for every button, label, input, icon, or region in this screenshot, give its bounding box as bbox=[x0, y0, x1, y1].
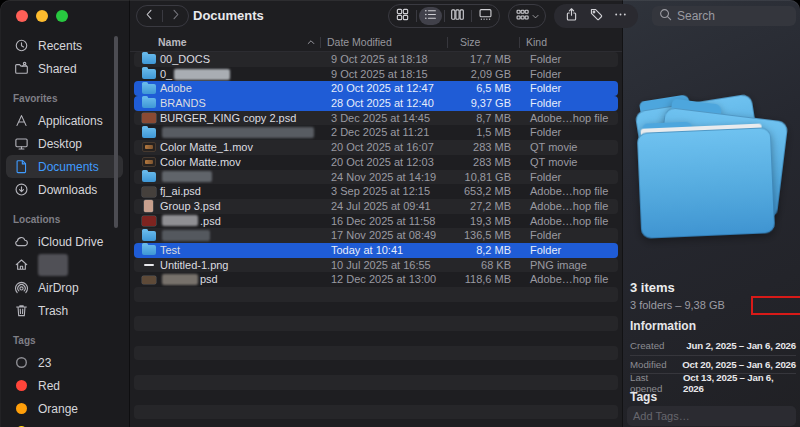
add-tags-field[interactable]: Add Tags… bbox=[627, 406, 796, 426]
zoom-button[interactable] bbox=[56, 10, 68, 22]
sidebar-item-home[interactable] bbox=[6, 253, 123, 276]
sidebar-item-airdrop[interactable]: AirDrop bbox=[6, 276, 123, 299]
file-name: Untitled-1.png bbox=[160, 258, 229, 273]
file-size: 27,2 MB bbox=[439, 199, 511, 214]
finder-window: RecentsSharedFavoritesApplicationsDeskto… bbox=[0, 0, 800, 427]
table-row[interactable]: 24 Nov 2025 at 14:1910,81 GBFolder bbox=[134, 170, 618, 185]
info-label: Modified bbox=[630, 359, 667, 370]
close-button[interactable] bbox=[16, 10, 28, 22]
clock-icon bbox=[13, 38, 30, 54]
sidebar-item-applications[interactable]: Applications bbox=[6, 109, 123, 132]
sidebar-item-label: AirDrop bbox=[38, 281, 79, 295]
table-row[interactable]: BRANDS28 Oct 2025 at 12:409,37 GBFolder bbox=[134, 96, 618, 111]
grid-view-button[interactable] bbox=[389, 5, 416, 27]
table-row[interactable]: Group 3.psd24 Jul 2025 at 09:4127,2 MBAd… bbox=[134, 199, 618, 214]
main-content: 3 items 3 folders – 9,38 GB Information … bbox=[130, 0, 800, 427]
table-row[interactable]: fj_ai.psd3 Sep 2025 at 12:15653,2 MBAdob… bbox=[134, 184, 618, 199]
forward-button[interactable] bbox=[163, 7, 188, 26]
sidebar-item-tag-orange[interactable]: Orange bbox=[6, 397, 123, 420]
search-input[interactable]: Search bbox=[652, 6, 796, 26]
sidebar-item-label: 23 bbox=[38, 356, 51, 370]
gallery-view-icon bbox=[478, 7, 493, 26]
list-header: Name Date Modified Size Kind bbox=[130, 32, 622, 52]
column-view-button[interactable] bbox=[445, 5, 472, 27]
file-name: BURGER_KING copy 2.psd bbox=[160, 111, 296, 126]
file-size: 8,2 MB bbox=[439, 243, 511, 258]
file-kind: PNG image bbox=[530, 258, 587, 273]
table-row[interactable]: TestToday at 10:418,2 MBFolder bbox=[134, 243, 618, 258]
redacted-text bbox=[162, 171, 212, 182]
grid-view-icon bbox=[395, 7, 410, 26]
list-view-button[interactable] bbox=[417, 5, 444, 27]
tags-button[interactable] bbox=[589, 7, 604, 26]
file-size: 1,5 MB bbox=[439, 125, 511, 140]
empty-row bbox=[134, 375, 618, 390]
table-row[interactable]: Untitled-1.png10 Jul 2025 at 16:5568 KBP… bbox=[134, 258, 618, 273]
gallery-view-button[interactable] bbox=[472, 5, 499, 27]
info-value: Oct 13, 2025 – Jan 6, 2026 bbox=[683, 372, 796, 394]
desktop-icon bbox=[13, 136, 30, 152]
preview-panel: 3 items 3 folders – 9,38 GB Information … bbox=[622, 0, 800, 427]
empty-row bbox=[134, 316, 618, 331]
selection-summary: 3 folders – 9,38 GB bbox=[630, 299, 725, 311]
file-kind: Folder bbox=[530, 228, 561, 243]
airdrop-icon bbox=[13, 280, 30, 296]
table-row[interactable]: psd12 Dec 2025 at 13:00118,6 MBAdobe…hop… bbox=[134, 272, 618, 287]
folder-icon bbox=[140, 67, 157, 82]
table-row[interactable]: 0_9 Oct 2025 at 18:152,09 GBFolder bbox=[134, 67, 618, 82]
sidebar-item-trash[interactable]: Trash bbox=[6, 299, 123, 322]
sidebar-item-documents[interactable]: Documents bbox=[6, 155, 123, 178]
file-date-modified: 24 Jul 2025 at 09:41 bbox=[331, 199, 431, 214]
share-button[interactable] bbox=[564, 7, 579, 26]
tag-color-icon bbox=[13, 424, 30, 427]
table-row[interactable]: Color Matte_1.mov20 Oct 2025 at 16:07283… bbox=[134, 140, 618, 155]
sidebar-item-tag-red[interactable]: Red bbox=[6, 374, 123, 397]
column-header-name[interactable]: Name bbox=[158, 36, 187, 48]
file-date-modified: 3 Dec 2025 at 14:45 bbox=[331, 111, 430, 126]
table-row[interactable]: .psd16 Dec 2025 at 11:5819,3 MBAdobe…hop… bbox=[134, 214, 618, 229]
back-button[interactable] bbox=[137, 7, 162, 26]
info-row: ModifiedOct 20, 2025 – Jan 6, 2026 bbox=[630, 355, 796, 374]
file-name: BRANDS bbox=[160, 96, 206, 111]
sidebar-scrollbar[interactable] bbox=[114, 36, 118, 228]
file-kind: Folder bbox=[530, 52, 561, 67]
navigation-buttons bbox=[136, 5, 189, 27]
chevron-down-icon bbox=[531, 7, 540, 25]
view-mode-switcher bbox=[388, 4, 500, 28]
file-date-modified: 20 Oct 2025 at 12:47 bbox=[331, 81, 434, 96]
sidebar-item-icloud-drive[interactable]: iCloud Drive bbox=[6, 230, 123, 253]
file-size: 2,09 GB bbox=[439, 67, 511, 82]
group-by-button[interactable] bbox=[508, 4, 546, 28]
table-row[interactable]: 2 Dec 2025 at 11:211,5 MBFolder bbox=[134, 125, 618, 140]
file-kind: Adobe…hop file bbox=[530, 199, 608, 214]
sidebar-item-shared[interactable]: Shared bbox=[6, 57, 123, 80]
table-row[interactable]: 17 Nov 2025 at 08:49136,5 MBFolder bbox=[134, 228, 618, 243]
file-name: Color Matte.mov bbox=[160, 155, 241, 170]
file-size: 653,2 MB bbox=[439, 184, 511, 199]
file-date-modified: 28 Oct 2025 at 12:40 bbox=[331, 96, 434, 111]
table-row[interactable]: BURGER_KING copy 2.psd3 Dec 2025 at 14:4… bbox=[134, 111, 618, 126]
sidebar-item-recents[interactable]: Recents bbox=[6, 34, 123, 57]
column-header-date-modified[interactable]: Date Modified bbox=[327, 36, 392, 48]
table-row[interactable]: 00_DOCS9 Oct 2025 at 18:1817,7 MBFolder bbox=[134, 52, 618, 67]
file-name bbox=[160, 170, 214, 185]
column-header-size[interactable]: Size bbox=[460, 36, 480, 48]
column-header-kind[interactable]: Kind bbox=[526, 36, 547, 48]
sidebar-item-downloads[interactable]: Downloads bbox=[6, 178, 123, 201]
window-title: Documents bbox=[193, 8, 264, 23]
sidebar-item-label: Downloads bbox=[38, 183, 97, 197]
file-date-modified: Today at 10:41 bbox=[331, 243, 403, 258]
minimize-button[interactable] bbox=[36, 10, 48, 22]
file-kind: QT movie bbox=[530, 140, 577, 155]
sidebar-item-tag-23[interactable]: 23 bbox=[6, 351, 123, 374]
sidebar-section-label: Tags bbox=[13, 335, 129, 349]
sidebar-item-tag-yellow[interactable]: Yellow bbox=[6, 420, 123, 427]
sidebar-item-desktop[interactable]: Desktop bbox=[6, 132, 123, 155]
table-row[interactable]: Color Matte.mov20 Oct 2025 at 12:03283 M… bbox=[134, 155, 618, 170]
more-button[interactable] bbox=[613, 7, 628, 26]
file-kind: Adobe…hop file bbox=[530, 111, 608, 126]
tag-color-icon bbox=[13, 378, 30, 394]
applications-icon bbox=[13, 113, 30, 129]
redacted-text bbox=[162, 274, 198, 285]
table-row[interactable]: Adobe20 Oct 2025 at 12:476,5 MBFolder bbox=[134, 81, 618, 96]
